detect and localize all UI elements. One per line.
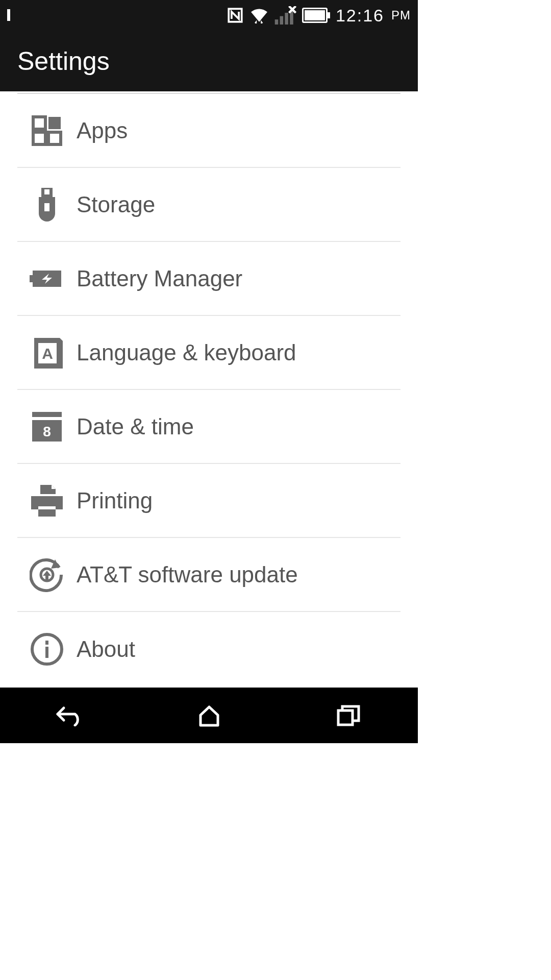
svg-rect-8 <box>305 10 325 20</box>
svg-text:8: 8 <box>43 424 51 439</box>
svg-marker-2 <box>261 20 263 23</box>
svg-rect-31 <box>45 647 48 658</box>
svg-rect-14 <box>43 188 51 196</box>
settings-item-label: Storage <box>77 192 155 217</box>
svg-text:A: A <box>42 345 53 362</box>
navigation-bar <box>0 688 418 743</box>
svg-rect-17 <box>30 275 33 282</box>
settings-item-label: Language & keyboard <box>77 340 296 365</box>
info-icon <box>17 632 77 666</box>
svg-rect-9 <box>328 12 330 18</box>
svg-rect-25 <box>38 506 56 509</box>
svg-rect-20 <box>32 412 62 417</box>
settings-item-about[interactable]: About <box>17 612 400 686</box>
date-time-icon: 8 <box>17 412 77 442</box>
printer-icon <box>17 483 77 519</box>
settings-item-datetime[interactable]: 8 Date & time <box>17 390 400 464</box>
svg-rect-5 <box>285 13 288 24</box>
svg-rect-15 <box>44 203 49 211</box>
nfc-icon <box>227 7 244 24</box>
status-ampm: PM <box>391 8 411 22</box>
svg-rect-12 <box>33 132 45 144</box>
settings-item-label: AT&T software update <box>77 562 298 587</box>
recent-apps-button[interactable] <box>331 703 366 728</box>
battery-manager-icon <box>17 268 77 289</box>
apps-icon <box>17 115 77 146</box>
settings-item-printing[interactable]: Printing <box>17 464 400 538</box>
settings-list[interactable]: Apps Storage Battery Manag <box>0 91 418 688</box>
storage-icon <box>17 188 77 222</box>
back-button[interactable] <box>52 703 88 728</box>
app-bar: Settings <box>0 31 418 91</box>
svg-rect-10 <box>33 117 45 129</box>
settings-item-apps[interactable]: Apps <box>17 94 400 168</box>
no-signal-icon <box>274 6 297 24</box>
settings-item-label: Date & time <box>77 414 194 439</box>
svg-rect-13 <box>48 132 61 144</box>
svg-rect-32 <box>338 710 353 725</box>
svg-rect-4 <box>280 16 283 24</box>
status-bar: 12:16 PM <box>0 0 418 31</box>
software-update-icon <box>17 557 77 592</box>
settings-item-label: Printing <box>77 488 153 513</box>
svg-rect-3 <box>275 19 279 24</box>
settings-item-label: About <box>77 636 135 662</box>
wifi-icon <box>249 7 269 23</box>
page-title: Settings <box>17 46 110 76</box>
svg-rect-11 <box>48 117 61 129</box>
status-time: 12:16 <box>336 6 384 26</box>
home-button[interactable] <box>191 703 227 728</box>
settings-item-language[interactable]: A Language & keyboard <box>17 316 400 390</box>
settings-item-software-update[interactable]: AT&T software update <box>17 538 400 612</box>
svg-rect-30 <box>45 641 48 645</box>
settings-item-label: Battery Manager <box>77 266 242 291</box>
battery-icon <box>302 8 331 23</box>
language-keyboard-icon: A <box>17 337 77 369</box>
screenshot-icon <box>7 9 10 21</box>
settings-item-battery[interactable]: Battery Manager <box>17 242 400 316</box>
svg-marker-1 <box>255 20 257 23</box>
settings-item-storage[interactable]: Storage <box>17 168 400 242</box>
settings-item-label: Apps <box>77 118 128 143</box>
